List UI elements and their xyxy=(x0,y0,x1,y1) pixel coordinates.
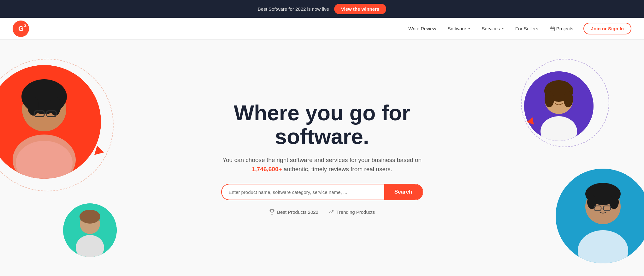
view-winners-button[interactable]: View the winners xyxy=(334,4,386,14)
person-4-svg xyxy=(556,169,644,263)
trending-products-link[interactable]: Trending Products xyxy=(328,209,375,215)
top-banner: Best Software for 2022 is now live View … xyxy=(0,0,644,18)
svg-point-16 xyxy=(80,210,100,224)
logo[interactable]: G2 xyxy=(13,21,29,37)
nav-item-write-review[interactable]: Write Review xyxy=(404,23,440,34)
person-3-svg xyxy=(524,71,594,141)
banner-text: Best Software for 2022 is now live xyxy=(258,6,329,12)
hero-subtext: You can choose the right software and se… xyxy=(221,156,423,174)
join-signin-button[interactable]: Join or Sign In xyxy=(583,23,631,34)
avatar-person-3 xyxy=(524,71,594,141)
nav-item-projects[interactable]: Projects xyxy=(545,23,578,34)
nav-item-services[interactable]: Services xyxy=(477,23,509,34)
services-chevron-icon xyxy=(501,28,504,29)
search-button[interactable]: Search xyxy=(384,184,422,200)
header: G2 Write Review Software Services For Se… xyxy=(0,18,644,40)
main-nav: Write Review Software Services For Selle… xyxy=(404,23,631,34)
search-input[interactable] xyxy=(222,184,384,200)
g2-logo[interactable]: G2 xyxy=(13,21,29,37)
svg-point-22 xyxy=(564,91,573,107)
avatar-person-4 xyxy=(556,169,644,263)
logo-2-sup: 2 xyxy=(24,23,26,28)
nav-item-for-sellers[interactable]: For Sellers xyxy=(511,23,543,34)
calendar-icon xyxy=(550,26,555,31)
search-bar: Search xyxy=(221,184,423,200)
svg-point-27 xyxy=(587,195,597,209)
hero-quick-links: Best Products 2022 Trending Products xyxy=(221,209,423,215)
svg-point-7 xyxy=(27,97,39,116)
best-products-link[interactable]: Best Products 2022 xyxy=(269,209,318,215)
hero-content: Where you go for software. You can choos… xyxy=(215,88,429,228)
software-chevron-icon xyxy=(468,28,470,29)
chart-trend-icon xyxy=(328,209,334,215)
hero-section: Where you go for software. You can choos… xyxy=(0,40,644,276)
nav-item-software[interactable]: Software xyxy=(443,23,475,34)
svg-point-21 xyxy=(545,91,554,107)
logo-g-letter: G xyxy=(18,25,23,33)
hero-headline: Where you go for software. xyxy=(221,101,423,148)
svg-rect-0 xyxy=(550,27,554,31)
avatar-person-2 xyxy=(63,203,117,257)
person-2-svg xyxy=(63,203,117,257)
svg-point-8 xyxy=(50,97,61,116)
trophy-icon xyxy=(269,209,275,215)
